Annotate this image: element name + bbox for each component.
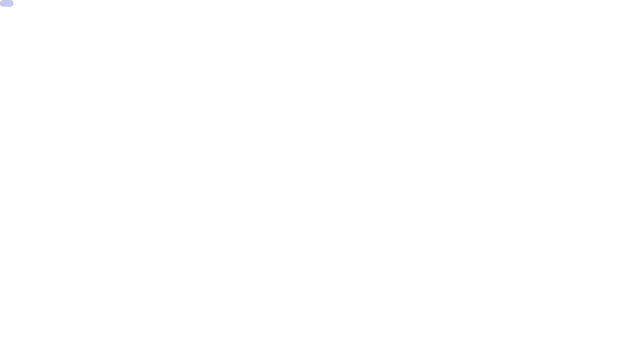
successful-transition-node xyxy=(0,0,13,7)
